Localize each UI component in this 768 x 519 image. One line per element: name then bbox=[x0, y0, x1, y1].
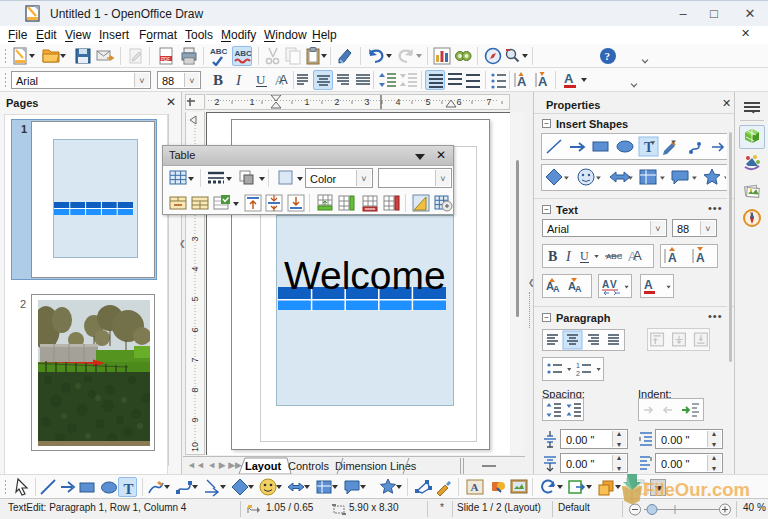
svg-text:A: A bbox=[471, 481, 479, 493]
svg-text:PDF: PDF bbox=[161, 57, 170, 62]
svg-text:A: A bbox=[538, 74, 548, 89]
svg-text:A: A bbox=[668, 251, 677, 265]
svg-text:?: ? bbox=[605, 50, 611, 62]
svg-text:9: 9 bbox=[190, 417, 200, 422]
svg-text:A: A bbox=[696, 251, 705, 265]
svg-text:1: 1 bbox=[576, 362, 580, 369]
svg-text:T: T bbox=[124, 481, 134, 497]
svg-text:A: A bbox=[644, 278, 653, 292]
svg-text:A: A bbox=[517, 74, 527, 89]
svg-text:I: I bbox=[565, 249, 572, 264]
svg-text:A: A bbox=[633, 248, 642, 263]
svg-text:8: 8 bbox=[190, 387, 200, 392]
svg-text:A: A bbox=[553, 284, 560, 294]
svg-text:ABC: ABC bbox=[210, 47, 228, 56]
svg-text:N: N bbox=[750, 211, 753, 216]
svg-text:V: V bbox=[610, 279, 617, 290]
svg-text:7: 7 bbox=[190, 357, 200, 362]
svg-text:FileOur.com: FileOur.com bbox=[643, 479, 750, 500]
svg-text:ABC: ABC bbox=[235, 49, 253, 58]
svg-text:6: 6 bbox=[190, 327, 200, 332]
svg-text:A: A bbox=[575, 284, 582, 294]
svg-text:B: B bbox=[548, 249, 557, 264]
svg-text:U: U bbox=[580, 249, 589, 263]
svg-text:A: A bbox=[279, 72, 288, 87]
svg-text:A: A bbox=[602, 279, 609, 290]
svg-text:I: I bbox=[235, 72, 242, 88]
svg-text:U: U bbox=[256, 72, 266, 87]
svg-text:A: A bbox=[564, 71, 574, 86]
svg-text:B: B bbox=[213, 72, 223, 88]
svg-text:2: 2 bbox=[576, 370, 580, 377]
